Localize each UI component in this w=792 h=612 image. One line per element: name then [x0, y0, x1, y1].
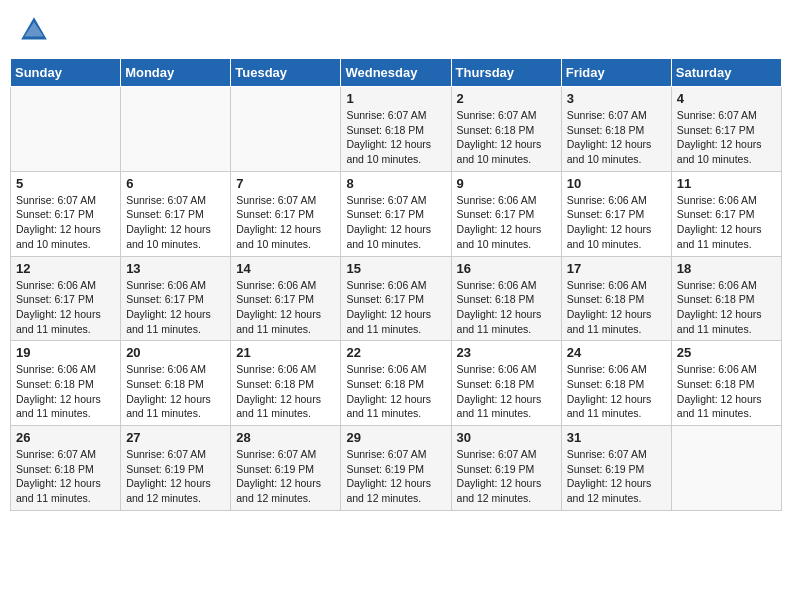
day-info: Sunrise: 6:07 AM Sunset: 6:17 PM Dayligh… — [677, 108, 776, 167]
day-info: Sunrise: 6:06 AM Sunset: 6:17 PM Dayligh… — [236, 278, 335, 337]
day-info: Sunrise: 6:07 AM Sunset: 6:19 PM Dayligh… — [126, 447, 225, 506]
day-info: Sunrise: 6:07 AM Sunset: 6:17 PM Dayligh… — [236, 193, 335, 252]
day-number: 30 — [457, 430, 556, 445]
day-cell: 4Sunrise: 6:07 AM Sunset: 6:17 PM Daylig… — [671, 87, 781, 172]
day-info: Sunrise: 6:07 AM Sunset: 6:19 PM Dayligh… — [236, 447, 335, 506]
day-cell: 3Sunrise: 6:07 AM Sunset: 6:18 PM Daylig… — [561, 87, 671, 172]
day-number: 7 — [236, 176, 335, 191]
day-info: Sunrise: 6:06 AM Sunset: 6:18 PM Dayligh… — [457, 278, 556, 337]
day-cell: 6Sunrise: 6:07 AM Sunset: 6:17 PM Daylig… — [121, 171, 231, 256]
day-number: 31 — [567, 430, 666, 445]
logo-icon — [18, 14, 50, 46]
weekday-header-friday: Friday — [561, 59, 671, 87]
day-cell: 17Sunrise: 6:06 AM Sunset: 6:18 PM Dayli… — [561, 256, 671, 341]
day-info: Sunrise: 6:06 AM Sunset: 6:18 PM Dayligh… — [346, 362, 445, 421]
day-info: Sunrise: 6:06 AM Sunset: 6:18 PM Dayligh… — [677, 278, 776, 337]
weekday-header-tuesday: Tuesday — [231, 59, 341, 87]
day-number: 14 — [236, 261, 335, 276]
day-cell: 7Sunrise: 6:07 AM Sunset: 6:17 PM Daylig… — [231, 171, 341, 256]
day-number: 11 — [677, 176, 776, 191]
day-cell: 21Sunrise: 6:06 AM Sunset: 6:18 PM Dayli… — [231, 341, 341, 426]
week-row-4: 19Sunrise: 6:06 AM Sunset: 6:18 PM Dayli… — [11, 341, 782, 426]
day-cell: 10Sunrise: 6:06 AM Sunset: 6:17 PM Dayli… — [561, 171, 671, 256]
day-info: Sunrise: 6:07 AM Sunset: 6:17 PM Dayligh… — [126, 193, 225, 252]
day-cell: 20Sunrise: 6:06 AM Sunset: 6:18 PM Dayli… — [121, 341, 231, 426]
day-info: Sunrise: 6:07 AM Sunset: 6:19 PM Dayligh… — [567, 447, 666, 506]
day-cell: 15Sunrise: 6:06 AM Sunset: 6:17 PM Dayli… — [341, 256, 451, 341]
day-cell: 27Sunrise: 6:07 AM Sunset: 6:19 PM Dayli… — [121, 426, 231, 511]
day-number: 15 — [346, 261, 445, 276]
day-cell: 8Sunrise: 6:07 AM Sunset: 6:17 PM Daylig… — [341, 171, 451, 256]
day-number: 25 — [677, 345, 776, 360]
day-info: Sunrise: 6:06 AM Sunset: 6:17 PM Dayligh… — [567, 193, 666, 252]
day-info: Sunrise: 6:07 AM Sunset: 6:17 PM Dayligh… — [16, 193, 115, 252]
day-cell: 14Sunrise: 6:06 AM Sunset: 6:17 PM Dayli… — [231, 256, 341, 341]
logo — [18, 14, 54, 46]
day-number: 17 — [567, 261, 666, 276]
weekday-header-sunday: Sunday — [11, 59, 121, 87]
day-cell: 25Sunrise: 6:06 AM Sunset: 6:18 PM Dayli… — [671, 341, 781, 426]
day-info: Sunrise: 6:06 AM Sunset: 6:18 PM Dayligh… — [567, 362, 666, 421]
day-info: Sunrise: 6:06 AM Sunset: 6:18 PM Dayligh… — [457, 362, 556, 421]
day-cell: 13Sunrise: 6:06 AM Sunset: 6:17 PM Dayli… — [121, 256, 231, 341]
day-number: 22 — [346, 345, 445, 360]
day-info: Sunrise: 6:06 AM Sunset: 6:17 PM Dayligh… — [126, 278, 225, 337]
day-cell: 22Sunrise: 6:06 AM Sunset: 6:18 PM Dayli… — [341, 341, 451, 426]
day-number: 12 — [16, 261, 115, 276]
day-number: 28 — [236, 430, 335, 445]
day-info: Sunrise: 6:06 AM Sunset: 6:18 PM Dayligh… — [567, 278, 666, 337]
day-cell: 2Sunrise: 6:07 AM Sunset: 6:18 PM Daylig… — [451, 87, 561, 172]
day-number: 24 — [567, 345, 666, 360]
day-info: Sunrise: 6:07 AM Sunset: 6:18 PM Dayligh… — [16, 447, 115, 506]
week-row-2: 5Sunrise: 6:07 AM Sunset: 6:17 PM Daylig… — [11, 171, 782, 256]
day-number: 10 — [567, 176, 666, 191]
day-number: 29 — [346, 430, 445, 445]
day-cell: 1Sunrise: 6:07 AM Sunset: 6:18 PM Daylig… — [341, 87, 451, 172]
day-number: 5 — [16, 176, 115, 191]
day-number: 1 — [346, 91, 445, 106]
day-number: 9 — [457, 176, 556, 191]
day-info: Sunrise: 6:07 AM Sunset: 6:18 PM Dayligh… — [567, 108, 666, 167]
day-cell: 31Sunrise: 6:07 AM Sunset: 6:19 PM Dayli… — [561, 426, 671, 511]
weekday-header-monday: Monday — [121, 59, 231, 87]
day-cell: 12Sunrise: 6:06 AM Sunset: 6:17 PM Dayli… — [11, 256, 121, 341]
day-info: Sunrise: 6:06 AM Sunset: 6:18 PM Dayligh… — [126, 362, 225, 421]
day-number: 6 — [126, 176, 225, 191]
day-info: Sunrise: 6:06 AM Sunset: 6:18 PM Dayligh… — [16, 362, 115, 421]
day-info: Sunrise: 6:06 AM Sunset: 6:17 PM Dayligh… — [16, 278, 115, 337]
day-cell — [121, 87, 231, 172]
day-cell: 18Sunrise: 6:06 AM Sunset: 6:18 PM Dayli… — [671, 256, 781, 341]
day-number: 20 — [126, 345, 225, 360]
day-info: Sunrise: 6:06 AM Sunset: 6:18 PM Dayligh… — [677, 362, 776, 421]
day-cell: 5Sunrise: 6:07 AM Sunset: 6:17 PM Daylig… — [11, 171, 121, 256]
day-cell — [671, 426, 781, 511]
day-info: Sunrise: 6:06 AM Sunset: 6:17 PM Dayligh… — [677, 193, 776, 252]
day-cell: 30Sunrise: 6:07 AM Sunset: 6:19 PM Dayli… — [451, 426, 561, 511]
weekday-header-row: SundayMondayTuesdayWednesdayThursdayFrid… — [11, 59, 782, 87]
day-cell: 29Sunrise: 6:07 AM Sunset: 6:19 PM Dayli… — [341, 426, 451, 511]
week-row-3: 12Sunrise: 6:06 AM Sunset: 6:17 PM Dayli… — [11, 256, 782, 341]
day-number: 4 — [677, 91, 776, 106]
day-cell — [231, 87, 341, 172]
day-info: Sunrise: 6:07 AM Sunset: 6:19 PM Dayligh… — [346, 447, 445, 506]
day-cell: 11Sunrise: 6:06 AM Sunset: 6:17 PM Dayli… — [671, 171, 781, 256]
day-info: Sunrise: 6:07 AM Sunset: 6:19 PM Dayligh… — [457, 447, 556, 506]
day-cell: 16Sunrise: 6:06 AM Sunset: 6:18 PM Dayli… — [451, 256, 561, 341]
calendar-table: SundayMondayTuesdayWednesdayThursdayFrid… — [10, 58, 782, 511]
day-number: 8 — [346, 176, 445, 191]
page-header — [10, 10, 782, 50]
day-number: 13 — [126, 261, 225, 276]
day-cell — [11, 87, 121, 172]
day-info: Sunrise: 6:06 AM Sunset: 6:17 PM Dayligh… — [346, 278, 445, 337]
day-number: 3 — [567, 91, 666, 106]
day-info: Sunrise: 6:07 AM Sunset: 6:18 PM Dayligh… — [457, 108, 556, 167]
day-number: 16 — [457, 261, 556, 276]
day-cell: 19Sunrise: 6:06 AM Sunset: 6:18 PM Dayli… — [11, 341, 121, 426]
day-number: 26 — [16, 430, 115, 445]
day-number: 21 — [236, 345, 335, 360]
day-info: Sunrise: 6:06 AM Sunset: 6:18 PM Dayligh… — [236, 362, 335, 421]
week-row-1: 1Sunrise: 6:07 AM Sunset: 6:18 PM Daylig… — [11, 87, 782, 172]
day-info: Sunrise: 6:07 AM Sunset: 6:18 PM Dayligh… — [346, 108, 445, 167]
weekday-header-saturday: Saturday — [671, 59, 781, 87]
day-cell: 28Sunrise: 6:07 AM Sunset: 6:19 PM Dayli… — [231, 426, 341, 511]
